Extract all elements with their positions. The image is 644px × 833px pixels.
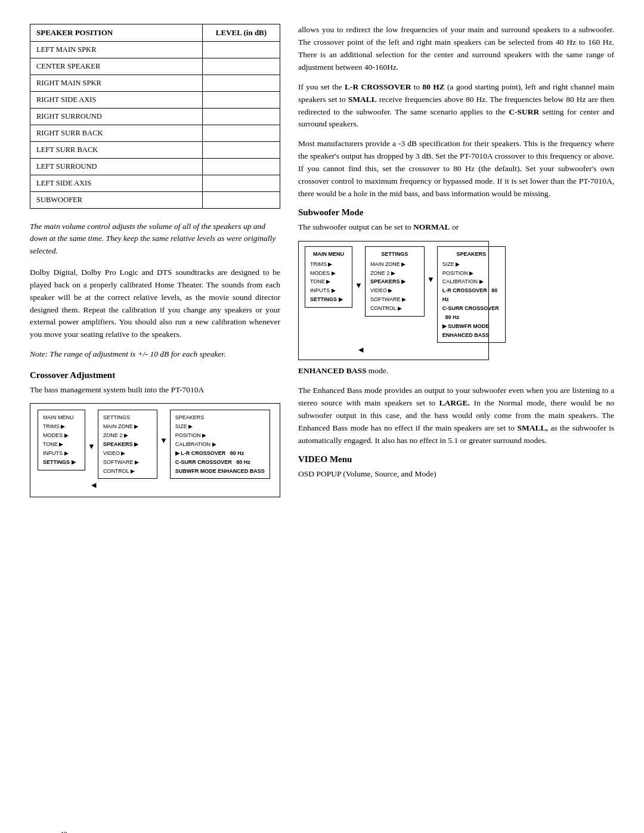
sub-menu-settings: SETTINGS ▶ <box>310 295 347 304</box>
table-row: LEFT SURR BACK <box>30 142 280 159</box>
menu-tone: TONE ▶ <box>43 440 80 449</box>
speaker-subwoofer: SUBWOOFER <box>30 192 203 209</box>
settings-control: CONTROL ▶ <box>103 467 152 476</box>
speakers-title: SPEAKERS <box>175 413 265 422</box>
sub-settings-video: VIDEO ▶ <box>370 286 419 295</box>
level-left-side <box>203 175 280 192</box>
sub-settings-speakers: SPEAKERS ▶ <box>370 277 419 286</box>
lr-crossover-bold: L-R CROSSOVER <box>345 82 411 91</box>
speaker-right-side: RIGHT SIDE AXIS <box>30 92 203 109</box>
subwoofer-heading: Subwoofer Mode <box>298 208 614 218</box>
speakers-calibration: CALIBRATION ▶ <box>175 440 265 449</box>
table-row: RIGHT SURR BACK <box>30 125 280 142</box>
left-column: SPEAKER POSITION LEVEL (in dB) LEFT MAIN… <box>30 24 280 506</box>
table-row: SUBWOOFER <box>30 192 280 209</box>
sub-speakers-subwfr: ▶ SUBWFR MODE ENHANCED BASS <box>442 322 500 340</box>
subwoofer-diagram: MAIN MENU TRIMS ▶ MODES ▶ TONE ▶ INPUTS … <box>298 241 489 361</box>
sub-arrow-down-2: ▼ <box>427 273 435 286</box>
sub-main-menu-box: MAIN MENU TRIMS ▶ MODES ▶ TONE ▶ INPUTS … <box>305 246 352 308</box>
sub-settings-zone2: ZONE 2 ▶ <box>370 269 419 278</box>
enhanced-bass-para: The Enhanced Bass mode provides an outpu… <box>298 385 614 447</box>
speakers-subwfr: SUBWFR MODE ENHANCED BASS <box>175 467 265 476</box>
speakers-box: SPEAKERS SIZE ▶ POSITION ▶ CALIBRATION ▶… <box>170 410 270 479</box>
speakers-csurr-crossover: C-SURR CROSSOVER 80 Hz <box>175 458 265 467</box>
table-row: LEFT SIDE AXIS <box>30 175 280 192</box>
subwoofer-intro: The subwoofer output can be set to NORMA… <box>298 221 614 234</box>
table-row: RIGHT MAIN SPKR <box>30 75 280 92</box>
video-menu-heading: VIDEO Menu <box>298 454 614 465</box>
level-right-surr-back <box>203 125 280 142</box>
sub-settings-box: SETTINGS MAIN ZONE ▶ ZONE 2 ▶ SPEAKERS ▶… <box>365 246 425 317</box>
crossover-heading: Crossover Adjustment <box>30 370 280 380</box>
sub-settings-main-zone: MAIN ZONE ▶ <box>370 260 419 269</box>
col-header-level: LEVEL (in dB) <box>203 24 280 42</box>
sub-speakers-position: POSITION ▶ <box>442 269 500 278</box>
page-number: 40 <box>60 829 67 833</box>
settings-zone2: ZONE 2 ▶ <box>103 431 152 440</box>
enhanced-bass-heading-para: ENHANCED BASS mode. <box>298 365 614 377</box>
settings-video: VIDEO ▶ <box>103 449 152 458</box>
table-row: RIGHT SIDE AXIS <box>30 92 280 109</box>
table-row: LEFT MAIN SPKR <box>30 42 280 58</box>
speaker-right-surr-back: RIGHT SURR BACK <box>30 125 203 142</box>
sub-settings-control: CONTROL ▶ <box>370 304 419 313</box>
sub-speakers-size: SIZE ▶ <box>442 260 500 269</box>
right-para-2: If you set the L-R CROSSOVER to 80 HZ (a… <box>298 81 614 131</box>
sub-speakers-calibration: CALIBRATION ▶ <box>442 277 500 286</box>
level-center <box>203 58 280 75</box>
settings-title: SETTINGS <box>103 413 152 422</box>
video-menu-para: OSD POPUP (Volume, Source, and Mode) <box>298 468 614 481</box>
speaker-left-main: LEFT MAIN SPKR <box>30 42 203 58</box>
small-bold-2: SMALL, <box>517 423 547 432</box>
normal-bold: NORMAL <box>413 222 450 231</box>
main-menu-box: MAIN MENU TRIMS ▶ MODES ▶ TONE ▶ INPUTS … <box>38 410 85 470</box>
sub-main-menu-title: MAIN MENU <box>310 250 347 259</box>
back-arrow-1: ◀ <box>91 480 96 491</box>
speaker-table: SPEAKER POSITION LEVEL (in dB) LEFT MAIN… <box>30 24 280 209</box>
80hz-bold: 80 HZ <box>423 82 445 91</box>
sub-menu-trims: TRIMS ▶ <box>310 260 347 269</box>
table-row: LEFT SURROUND <box>30 159 280 175</box>
sub-menu-modes: MODES ▶ <box>310 269 347 278</box>
level-left-surr-back <box>203 142 280 159</box>
speakers-position: POSITION ▶ <box>175 431 265 440</box>
table-row: CENTER SPEAKER <box>30 58 280 75</box>
small-bold: SMALL <box>348 95 377 104</box>
right-column: allows you to redirect the low frequenci… <box>298 24 614 506</box>
table-row: RIGHT SURROUND <box>30 109 280 125</box>
italic-paragraph: The main volume control adjusts the volu… <box>30 221 280 257</box>
right-para-1: allows you to redirect the low frequenci… <box>298 24 614 74</box>
settings-main-zone: MAIN ZONE ▶ <box>103 422 152 431</box>
speaker-center: CENTER SPEAKER <box>30 58 203 75</box>
crossover-diagram: MAIN MENU TRIMS ▶ MODES ▶ TONE ▶ INPUTS … <box>30 403 280 497</box>
sub-back-arrow: ◀ <box>358 344 363 355</box>
csurr-bold: C-SURR <box>509 107 539 116</box>
sub-settings-title: SETTINGS <box>370 250 419 259</box>
speakers-size: SIZE ▶ <box>175 422 265 431</box>
sub-speakers-lr: L-R CROSSOVER 80 Hz <box>442 286 500 304</box>
level-left-main <box>203 42 280 58</box>
level-right-surround <box>203 109 280 125</box>
page-container: SPEAKER POSITION LEVEL (in dB) LEFT MAIN… <box>30 24 614 506</box>
large-bold: LARGE. <box>439 398 470 407</box>
note-paragraph: Note: The range of adjustment is +/- 10 … <box>30 348 280 360</box>
crossover-intro: The bass management system built into th… <box>30 384 280 397</box>
enhanced-bass-mode: mode. <box>366 366 388 375</box>
level-right-side <box>203 92 280 109</box>
level-left-surround <box>203 159 280 175</box>
speaker-right-main: RIGHT MAIN SPKR <box>30 75 203 92</box>
menu-trims: TRIMS ▶ <box>43 422 80 431</box>
enhanced-bass-heading: ENHANCED BASS <box>298 366 366 375</box>
menu-settings: SETTINGS ▶ <box>43 458 80 467</box>
settings-box: SETTINGS MAIN ZONE ▶ ZONE 2 ▶ SPEAKERS ▶… <box>98 410 157 479</box>
speaker-left-surr-back: LEFT SURR BACK <box>30 142 203 159</box>
sub-settings-software: SOFTWARE ▶ <box>370 295 419 304</box>
sub-speakers-box: SPEAKERS SIZE ▶ POSITION ▶ CALIBRATION ▶… <box>437 246 506 343</box>
body-paragraph-1: Dolby Digital, Dolby Pro Logic and DTS s… <box>30 267 280 342</box>
menu-modes: MODES ▶ <box>43 431 80 440</box>
arrow-down-1: ▼ <box>88 442 95 450</box>
settings-software: SOFTWARE ▶ <box>103 458 152 467</box>
settings-speakers: SPEAKERS ▶ <box>103 440 152 449</box>
sub-speakers-title: SPEAKERS <box>442 250 500 259</box>
speaker-left-side: LEFT SIDE AXIS <box>30 175 203 192</box>
